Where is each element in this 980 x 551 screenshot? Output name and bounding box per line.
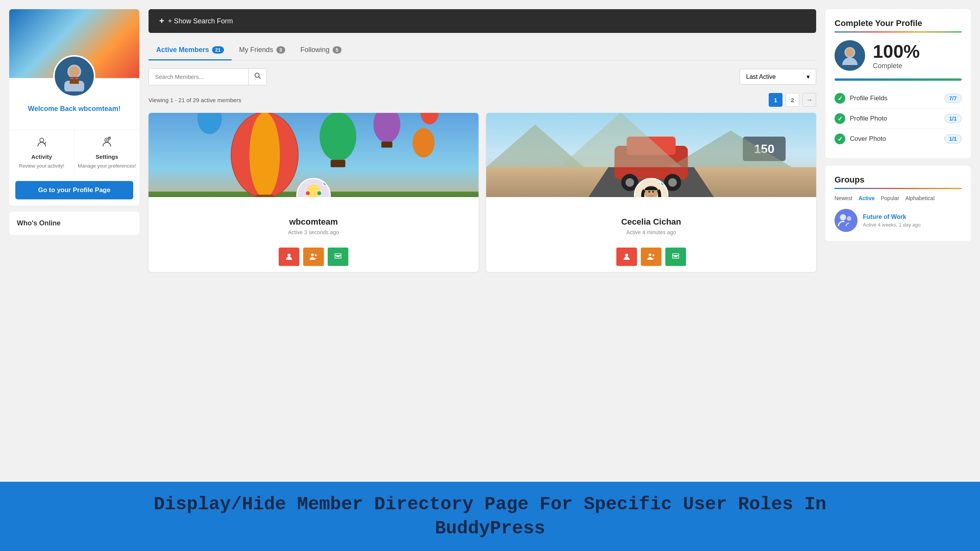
message-button[interactable]	[328, 248, 348, 266]
page-2-button[interactable]: 2	[786, 93, 799, 107]
members-toolbar: Last Active ▾	[149, 68, 816, 85]
check-icon: ✓	[835, 134, 845, 144]
avatar	[53, 55, 95, 97]
chevron-down-icon: ▾	[807, 73, 810, 80]
next-page-button[interactable]: →	[802, 93, 816, 107]
group-name: Future of Work	[863, 214, 921, 220]
message-button[interactable]	[665, 248, 686, 266]
svg-point-58	[847, 216, 851, 221]
svg-point-21	[413, 128, 434, 158]
complete-percent-wrap: 100% Complete	[873, 41, 920, 70]
check-icon: ✓	[835, 93, 845, 104]
groups-divider	[835, 188, 962, 189]
complete-avatar-row: 100% Complete	[835, 40, 962, 71]
activity-icon	[36, 136, 47, 150]
groups-title: Groups	[835, 175, 962, 185]
activity-desc: Review your activity!	[19, 163, 64, 169]
plus-icon: +	[159, 16, 164, 26]
tab-my-friends[interactable]: My Friends 3	[232, 41, 293, 60]
svg-rect-4	[70, 78, 74, 79]
profile-cover	[9, 9, 139, 78]
svg-rect-16	[255, 195, 274, 197]
cover-photo-label: Cover Photo	[850, 135, 886, 143]
online-indicator	[323, 181, 328, 186]
settings-link[interactable]: Settings Manage your preferences!	[75, 130, 140, 175]
friends-button[interactable]	[641, 248, 662, 266]
profile-fields-badge: 7/7	[944, 94, 962, 103]
profile-actions: Activity Review your activity! Settings	[9, 130, 139, 175]
complete-profile-card: Complete Your Profile 100% Complete	[825, 9, 971, 158]
complete-divider	[835, 31, 962, 33]
svg-point-27	[306, 191, 310, 195]
member-cover-road: 150	[486, 113, 816, 197]
view-profile-button[interactable]	[616, 248, 637, 266]
page-1-button[interactable]: 1	[769, 93, 782, 107]
tab-active-members[interactable]: Active Members 21	[149, 41, 232, 60]
viewing-info: Viewing 1 - 21 of 29 active members 1 2 …	[149, 93, 816, 107]
profile-item: ✓ Profile Photo 1/1	[835, 109, 962, 129]
search-input[interactable]	[149, 70, 248, 84]
bottom-banner: Display/Hide Member Directory Page For S…	[0, 482, 980, 551]
groups-tab-newest[interactable]: Newest	[835, 195, 853, 201]
svg-point-57	[840, 214, 846, 220]
member-avatar-wrap	[296, 178, 331, 197]
profile-items: ✓ Profile Fields 7/7 ✓ Profile Photo 1/1…	[835, 88, 962, 149]
check-icon: ✓	[835, 113, 845, 124]
svg-point-14	[249, 113, 280, 197]
tab-following[interactable]: Following 5	[293, 41, 349, 60]
right-sidebar: Complete Your Profile 100% Complete	[825, 9, 971, 542]
svg-point-28	[317, 191, 321, 195]
progress-fill	[835, 78, 962, 81]
members-grid: wbcomteam Active 3 seconds ago	[149, 113, 816, 272]
member-name: wbcomteam	[156, 217, 471, 227]
svg-point-52	[649, 254, 652, 256]
svg-point-8	[106, 139, 108, 141]
groups-card: Groups Newest Active Popular Alphabetica…	[825, 166, 971, 241]
profile-photo-label: Profile Photo	[850, 115, 887, 122]
member-actions	[149, 248, 479, 272]
whos-online-card: Who's Online	[9, 212, 139, 235]
group-info: Future of Work Active 4 weeks, 1 day ago	[863, 214, 921, 228]
my-friends-label: My Friends	[239, 46, 273, 54]
svg-point-31	[311, 254, 314, 256]
search-submit-button[interactable]	[248, 68, 266, 85]
svg-point-2	[69, 66, 80, 77]
profile-card: Welcome Back wbcomteam! Activity Review …	[9, 9, 139, 205]
svg-point-55	[846, 48, 854, 57]
groups-tab-active[interactable]: Active	[859, 195, 875, 201]
sort-dropdown[interactable]: Last Active ▾	[740, 69, 816, 85]
left-sidebar: Welcome Back wbcomteam! Activity Review …	[9, 9, 139, 542]
banner-text: Display/Hide Member Directory Page For S…	[8, 492, 972, 540]
show-search-form[interactable]: + + Show Search Form	[149, 9, 816, 33]
svg-point-51	[625, 254, 628, 257]
svg-rect-18	[331, 160, 345, 167]
my-friends-badge: 3	[276, 46, 285, 54]
profile-item-left: ✓ Profile Fields	[835, 93, 887, 104]
activity-label: Activity	[31, 153, 52, 160]
svg-rect-5	[75, 78, 78, 79]
svg-point-17	[320, 113, 356, 161]
progress-bar	[835, 78, 962, 81]
online-indicator	[660, 181, 666, 186]
groups-tab-popular[interactable]: Popular	[881, 195, 899, 201]
activity-link[interactable]: Activity Review your activity!	[9, 130, 75, 175]
view-profile-button[interactable]	[279, 248, 299, 266]
viewing-text: Viewing 1 - 21 of 29 active members	[149, 97, 241, 103]
friends-button[interactable]	[303, 248, 324, 266]
svg-point-49	[648, 191, 650, 193]
member-avatar-wrap	[634, 178, 668, 197]
svg-point-56	[835, 209, 858, 232]
profile-item-left: ✓ Profile Photo	[835, 113, 887, 124]
active-members-label: Active Members	[156, 46, 209, 54]
list-item: Future of Work Active 4 weeks, 1 day ago	[835, 209, 962, 232]
profile-avatar-wrap	[53, 55, 95, 97]
complete-avatar	[835, 40, 865, 71]
member-active-time: Active 3 seconds ago	[156, 229, 471, 235]
go-to-profile-button[interactable]: Go to your Profile Page	[15, 181, 133, 199]
profile-item: ✓ Cover Photo 1/1	[835, 129, 962, 149]
settings-desc: Manage your preferences!	[78, 163, 136, 169]
list-item: wbcomteam Active 3 seconds ago	[149, 113, 479, 272]
svg-point-50	[652, 191, 654, 193]
groups-tab-alphabetical[interactable]: Alphabetical	[905, 195, 934, 201]
avatar	[296, 178, 331, 197]
